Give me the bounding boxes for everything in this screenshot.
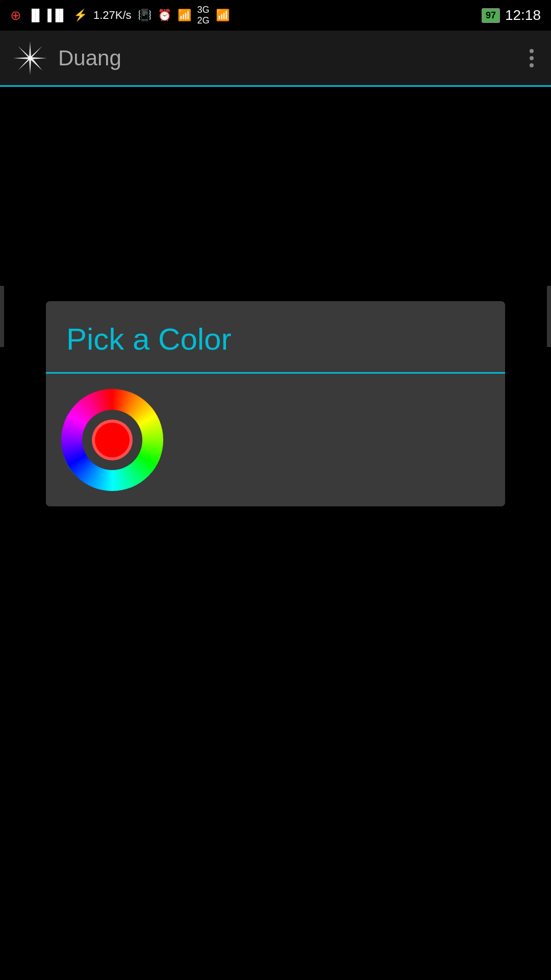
status-right-icons: 97 12:18 bbox=[482, 7, 541, 23]
app-bar: Duang bbox=[0, 31, 551, 87]
overflow-dot-2 bbox=[530, 56, 534, 60]
color-wheel[interactable] bbox=[61, 389, 163, 491]
svg-marker-6 bbox=[18, 58, 30, 70]
overflow-dot-1 bbox=[530, 49, 534, 53]
clock: 12:18 bbox=[505, 7, 541, 23]
svg-marker-4 bbox=[30, 46, 42, 58]
network-type: 3G2G bbox=[197, 5, 210, 26]
signal-icon: 📶 bbox=[216, 9, 230, 22]
svg-marker-7 bbox=[18, 46, 30, 58]
main-content: Pick a Color bbox=[0, 87, 551, 980]
svg-point-8 bbox=[28, 56, 32, 60]
network-speed: 1.27K/s bbox=[93, 9, 132, 22]
dialog-content bbox=[46, 374, 505, 506]
battery-indicator: 97 bbox=[482, 8, 500, 23]
overflow-menu-button[interactable] bbox=[524, 44, 539, 72]
svg-marker-3 bbox=[13, 57, 31, 59]
svg-marker-2 bbox=[29, 58, 31, 75]
usb-icon: ⚡ bbox=[73, 9, 87, 22]
app-logo bbox=[12, 40, 48, 76]
overflow-dot-3 bbox=[530, 63, 534, 67]
status-bar: ⊕ ▐▌▐▐▌ ⚡ 1.27K/s 📳 ⏰ 📶 3G2G 📶 97 12:18 bbox=[0, 0, 551, 31]
app-title: Duang bbox=[58, 46, 524, 70]
barcode-icon: ▐▌▐▐▌ bbox=[28, 9, 67, 22]
color-wheel-selected[interactable] bbox=[92, 420, 133, 460]
wifi-icon: 📶 bbox=[178, 9, 191, 22]
right-scroll-indicator bbox=[547, 286, 551, 347]
color-picker-dialog: Pick a Color bbox=[46, 301, 505, 506]
svg-marker-5 bbox=[31, 58, 42, 70]
dialog-title-area: Pick a Color bbox=[46, 301, 505, 374]
dialog-title: Pick a Color bbox=[66, 322, 231, 356]
emergency-icon: ⊕ bbox=[10, 8, 21, 23]
status-left-icons: ⊕ ▐▌▐▐▌ ⚡ 1.27K/s 📳 ⏰ 📶 3G2G 📶 bbox=[10, 5, 230, 26]
vibrate-icon: 📳 bbox=[138, 9, 152, 22]
svg-marker-0 bbox=[29, 41, 31, 59]
alarm-icon: ⏰ bbox=[158, 9, 171, 22]
left-scroll-indicator bbox=[0, 286, 4, 347]
